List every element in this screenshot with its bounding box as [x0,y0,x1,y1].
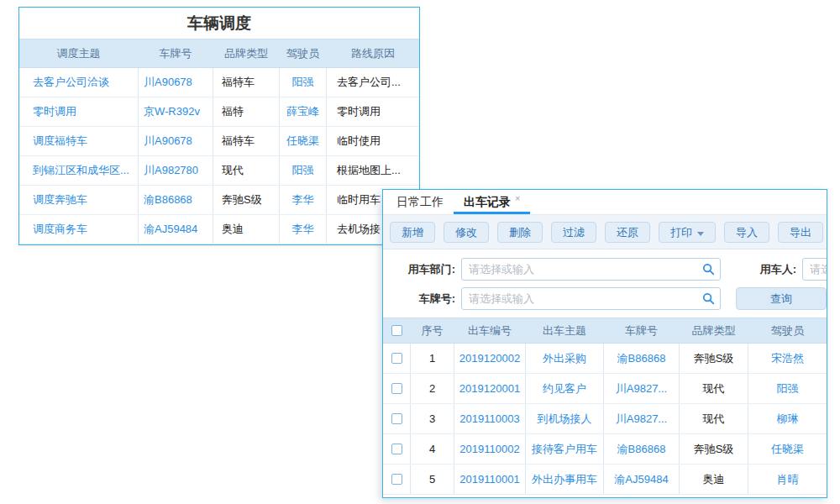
close-icon[interactable]: × [515,193,520,203]
records-toolbar: 新增 修改 删除 过滤 还原 打印 导入 导出 查看日志 [383,215,827,249]
dispatch-subject-link[interactable]: 去客户公司洽谈 [19,68,139,97]
plate-field-label: 车牌号: [388,287,455,310]
dispatch-driver-link[interactable]: 李华 [280,215,327,244]
row-number-cell: 2 [411,374,454,403]
plate-link[interactable]: 川A9827... [604,404,680,433]
dispatch-reason-cell: 临时使用 [327,127,419,155]
filter-button[interactable]: 过滤 [551,222,596,243]
records-col-brand: 品牌类型 [680,318,748,343]
dispatch-plate-link[interactable]: 渝AJ59484 [139,215,213,244]
edit-button[interactable]: 修改 [444,222,489,243]
trip-subject-link[interactable]: 外出采购 [526,344,604,373]
dispatch-col-plate: 车牌号 [139,39,213,67]
restore-button[interactable]: 还原 [605,222,650,243]
brand-cell: 奔驰S级 [680,434,748,464]
row-number-cell: 3 [411,404,454,433]
tab-trip-records[interactable]: 出车记录× [454,190,530,214]
driver-link[interactable]: 任晓渠 [748,434,827,464]
trip-subject-link[interactable]: 到机场接人 [526,404,604,433]
trip-code-link[interactable]: 2019110003 [454,404,526,433]
dispatch-table-row: 调度商务车 渝AJ59484 奥迪 李华 去机场接 [19,215,419,244]
records-table-row: 1 2019120002 外出采购 渝B86868 奔驰S级 宋浩然 [383,344,827,374]
dept-input[interactable] [461,258,721,281]
dispatch-subject-link[interactable]: 调度商务车 [19,215,139,244]
dispatch-driver-link[interactable]: 任晓渠 [280,127,327,155]
delete-button[interactable]: 删除 [497,222,543,243]
add-button[interactable]: 新增 [390,222,435,243]
row-number-cell: 4 [411,434,454,464]
dispatch-col-brand: 品牌类型 [213,39,280,67]
trip-code-link[interactable]: 2019120001 [454,374,526,403]
dispatch-reason-cell: 根据地图上... [327,156,419,185]
plate-input-wrap [461,287,721,310]
row-checkbox[interactable] [391,383,402,394]
plate-input[interactable] [461,287,721,310]
dispatch-plate-link[interactable]: 川A90678 [139,127,213,155]
plate-link[interactable]: 渝B86868 [604,344,680,373]
dispatch-table-row: 零时调用 京W-R392v 福特 薛宝峰 零时调用 [19,97,419,127]
user-field-label: 用车人: [732,258,796,281]
dispatch-plate-link[interactable]: 川A982780 [139,156,213,185]
query-button[interactable]: 查询 [736,287,827,310]
search-icon[interactable] [702,292,715,305]
dispatch-driver-link[interactable]: 阳强 [280,156,327,185]
search-form: 用车部门: 用车人: 车牌号: 查询 [383,249,827,318]
checkbox-cell [383,404,411,433]
checkbox-cell [383,434,411,464]
trip-code-link[interactable]: 2019110001 [454,465,526,494]
search-icon[interactable] [702,263,715,276]
export-button[interactable]: 导出 [778,222,823,243]
dispatch-subject-link[interactable]: 调度福特车 [19,127,139,155]
trip-code-link[interactable]: 2019120002 [454,344,526,373]
dispatch-table-row: 去客户公司洽谈 川A90678 福特车 阳强 去客户公司... [19,68,419,97]
dispatch-driver-link[interactable]: 阳强 [280,68,327,97]
tab-bar: 日常工作 出车记录× [383,190,827,215]
driver-link[interactable]: 柳琳 [748,404,827,433]
dispatch-subject-link[interactable]: 到锦江区和成华区... [19,156,139,185]
trip-records-panel: 日常工作 出车记录× 新增 修改 删除 过滤 还原 打印 导入 导出 查看日志 … [382,189,827,498]
row-checkbox[interactable] [391,353,402,364]
dispatch-col-driver: 驾驶员 [280,39,327,67]
brand-cell: 奥迪 [680,465,748,494]
dispatch-reason-cell: 去客户公司... [327,68,419,97]
user-input[interactable] [802,258,827,281]
row-checkbox[interactable] [391,474,402,485]
dispatch-driver-link[interactable]: 薛宝峰 [280,97,327,126]
select-all-checkbox[interactable] [391,325,402,336]
dispatch-table-header: 调度主题 车牌号 品牌类型 驾驶员 路线原因 [19,39,419,68]
row-checkbox[interactable] [391,413,402,424]
plate-link[interactable]: 渝AJ59484 [604,465,680,494]
dispatch-driver-link[interactable]: 李华 [280,186,327,214]
print-dropdown-button[interactable]: 打印 [659,222,716,243]
dispatch-brand-cell: 奔驰S级 [213,186,280,214]
dispatch-plate-link[interactable]: 渝B86868 [139,186,213,214]
checkbox-cell [383,465,411,494]
dispatch-plate-link[interactable]: 川A90678 [139,68,213,97]
brand-cell: 现代 [680,404,748,433]
records-col-code: 出车编号 [454,318,526,343]
trip-code-link[interactable]: 2019110002 [454,434,526,464]
plate-link[interactable]: 川A9827... [604,374,680,403]
import-button[interactable]: 导入 [724,222,769,243]
records-col-subject: 出车主题 [526,318,604,343]
dispatch-reason-cell: 零时调用 [327,97,419,126]
records-col-no: 序号 [411,318,454,343]
tab-label: 日常工作 [396,195,444,208]
brand-cell: 现代 [680,374,748,403]
driver-link[interactable]: 宋浩然 [748,344,827,373]
plate-link[interactable]: 渝B86868 [604,434,680,464]
driver-link[interactable]: 阳强 [748,374,827,403]
dispatch-table-row: 到锦江区和成华区... 川A982780 现代 阳强 根据地图上... [19,156,419,186]
trip-subject-link[interactable]: 外出办事用车 [526,465,604,494]
tab-daily-work[interactable]: 日常工作 [386,190,454,214]
dispatch-subject-link[interactable]: 零时调用 [19,97,139,126]
trip-subject-link[interactable]: 约见客户 [526,374,604,403]
dispatch-panel-title: 车辆调度 [19,8,419,39]
driver-link[interactable]: 肖晴 [748,465,827,494]
trip-subject-link[interactable]: 接待客户用车 [526,434,604,464]
dispatch-col-reason: 路线原因 [327,39,419,67]
dispatch-plate-link[interactable]: 京W-R392v [139,97,213,126]
dispatch-subject-link[interactable]: 调度奔驰车 [19,186,139,214]
records-table-row: 4 2019110002 接待客户用车 渝B86868 奔驰S级 任晓渠 [383,434,827,465]
row-checkbox[interactable] [391,444,402,454]
